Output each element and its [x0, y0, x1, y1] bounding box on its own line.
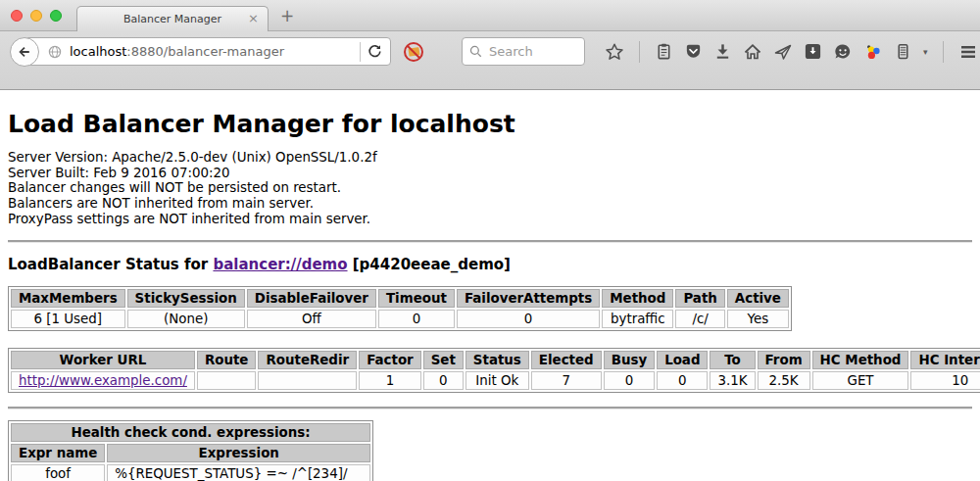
column-header: RouteRedir [258, 351, 357, 369]
column-header: To [710, 351, 755, 369]
worker-status-table: Worker URLRouteRouteRedirFactorSetStatus… [8, 348, 980, 393]
url-domain: localhost [70, 44, 126, 59]
toolbar-divider [639, 41, 640, 63]
column-header: Busy [604, 351, 655, 369]
url-bar[interactable]: localhost:8880/balancer-manager [24, 37, 391, 66]
send-icon[interactable] [773, 42, 793, 62]
page-title: Load Balancer Manager for localhost [8, 110, 972, 138]
loadbalancer-status-heading: LoadBalancer Status for balancer://demo … [8, 256, 972, 273]
persist-notice-line: Balancer changes will NOT be persisted o… [8, 180, 972, 196]
column-header: HC Method [812, 351, 909, 369]
cell: Yes [727, 310, 789, 328]
cell: Init Ok [466, 371, 529, 390]
cell: foof [11, 464, 105, 481]
extension-dots-icon[interactable] [863, 42, 883, 62]
url-text[interactable]: localhost:8880/balancer-manager [70, 44, 354, 59]
column-header: Expr name [11, 444, 105, 462]
cell [258, 371, 357, 390]
bookmark-star-icon[interactable] [605, 42, 624, 62]
new-tab-button[interactable]: + [280, 6, 294, 25]
column-header: DisableFailover [247, 289, 376, 308]
cell: 3.1K [710, 371, 755, 390]
column-header: Method [602, 289, 673, 308]
cell: 7 [531, 371, 602, 390]
browser-titlebar: Balancer Manager × + [0, 0, 980, 31]
feedback-smiley-icon[interactable] [833, 42, 853, 62]
cell: 1 [359, 371, 421, 390]
tab-close-icon[interactable]: × [248, 11, 259, 25]
heading-suffix: [p4420eeae_demo] [348, 256, 511, 273]
urlbar-divider [360, 42, 361, 62]
column-header: Expression [107, 444, 370, 462]
search-input[interactable]: Search [462, 37, 585, 66]
url-path: :8880/balancer-manager [126, 44, 284, 59]
globe-icon [47, 44, 63, 60]
cell [197, 371, 257, 390]
plugin-blocked-icon[interactable] [402, 40, 425, 64]
navigation-toolbar: localhost:8880/balancer-manager Search [0, 31, 980, 90]
horizontal-rule [8, 407, 972, 409]
table-header-row: Expr nameExpression [11, 444, 370, 462]
server-info: Server Version: Apache/2.5.0-dev (Unix) … [8, 150, 972, 226]
toolbar-divider [943, 41, 944, 63]
column-header: Factor [359, 351, 421, 369]
column-header: HC Interval [910, 351, 980, 369]
column-header: MaxMembers [11, 289, 125, 308]
table-row: foof%{REQUEST_STATUS} =~ /^[234]/ [11, 464, 370, 481]
table-row: 6 [1 Used](None)Off00bytraffic/c/Yes [11, 310, 789, 328]
balancer-settings-table: MaxMembersStickySessionDisableFailoverTi… [8, 286, 792, 331]
column-header: Path [675, 289, 724, 308]
cell: /c/ [675, 310, 724, 328]
download-arrow-icon[interactable] [713, 42, 732, 61]
cell: 6 [1 Used] [11, 310, 125, 328]
cell: 0 [457, 310, 600, 328]
page-content: Load Balancer Manager for localhost Serv… [0, 90, 980, 481]
close-window-button[interactable] [11, 10, 23, 22]
server-version-line: Server Version: Apache/2.5.0-dev (Unix) … [8, 150, 972, 166]
health-check-table: Health check cond. expressions:Expr name… [8, 420, 373, 481]
cell: 0 [378, 310, 455, 328]
clipboard-icon[interactable] [655, 42, 673, 61]
minimize-window-button[interactable] [30, 10, 42, 22]
column-header: Active [727, 289, 789, 308]
proxypass-notice-line: ProxyPass settings are NOT inherited fro… [8, 212, 972, 227]
balancer-demo-link[interactable]: balancer://demo [213, 256, 347, 273]
table-row: http://www.example.com/10Init Ok7003.1K2… [11, 371, 980, 390]
downloads-square-icon[interactable] [804, 42, 822, 61]
column-header: Route [197, 351, 257, 369]
cell: http://www.example.com/ [11, 371, 195, 390]
worker-url-link[interactable]: http://www.example.com/ [19, 373, 187, 388]
column-header: FailoverAttempts [457, 289, 600, 308]
back-button[interactable] [10, 37, 39, 67]
cell: (None) [127, 310, 245, 328]
cell: %{REQUEST_STATUS} =~ /^[234]/ [107, 464, 370, 481]
zoom-window-button[interactable] [50, 10, 62, 22]
heading-prefix: LoadBalancer Status for [8, 256, 213, 273]
cell: 0 [604, 371, 655, 390]
overflow-caret-icon[interactable]: ▾ [923, 47, 928, 57]
home-icon[interactable] [743, 42, 762, 62]
browser-tab[interactable]: Balancer Manager × [76, 6, 269, 31]
tab-title: Balancer Manager [123, 13, 221, 25]
cell: 0 [423, 371, 464, 390]
cell: 2.5K [758, 371, 810, 390]
column-header: Status [466, 351, 529, 369]
horizontal-rule [8, 240, 972, 242]
column-header: StickySession [127, 289, 245, 308]
toolbar-buttons: ▾ [605, 41, 980, 63]
column-header: Elected [531, 351, 602, 369]
table-title: Health check cond. expressions: [11, 423, 370, 442]
reload-icon[interactable] [367, 43, 383, 60]
table-header-row: MaxMembersStickySessionDisableFailoverTi… [11, 289, 789, 308]
search-placeholder: Search [489, 44, 533, 59]
pocket-icon[interactable] [684, 42, 703, 61]
cell: GET [812, 371, 909, 390]
column-header: Worker URL [11, 351, 195, 369]
column-header: Timeout [378, 289, 455, 308]
menu-icon[interactable] [958, 42, 978, 62]
cell: 10 [910, 371, 980, 390]
battery-icon[interactable] [894, 42, 912, 61]
table-header-row: Worker URLRouteRouteRedirFactorSetStatus… [11, 351, 980, 369]
search-icon [468, 44, 483, 59]
inherit-notice-line: Balancers are NOT inherited from main se… [8, 196, 972, 212]
